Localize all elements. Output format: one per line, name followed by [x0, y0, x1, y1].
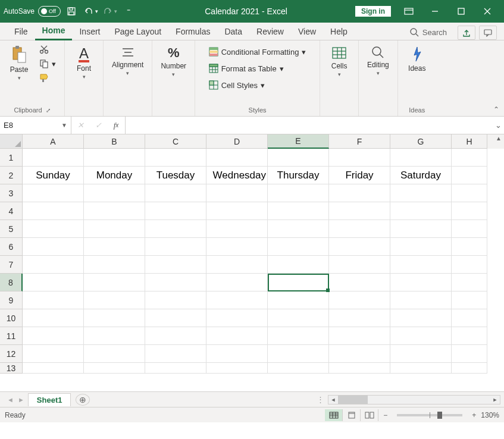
scroll-right-icon[interactable]: ► — [490, 396, 500, 404]
scroll-track[interactable] — [338, 396, 490, 404]
tab-data[interactable]: Data — [217, 24, 249, 40]
next-sheet-icon[interactable]: ► — [18, 396, 24, 403]
row-header-11[interactable]: 11 — [0, 327, 23, 345]
group-font: A Font ▾ — [65, 40, 104, 116]
zoom-thumb[interactable] — [437, 412, 442, 419]
cells-area[interactable]: Sunday Monday Tuesday Wednesday Thursday… — [23, 149, 504, 391]
prev-sheet-icon[interactable]: ◄ — [7, 396, 14, 403]
expand-formula-bar-icon[interactable]: ⌄ — [492, 117, 504, 134]
search-button[interactable]: Search — [402, 24, 454, 40]
format-as-table-button[interactable]: Format as Table ▾ — [205, 62, 310, 75]
row-header-5[interactable]: 5 — [0, 220, 23, 238]
zoom-in-icon[interactable]: + — [472, 411, 476, 419]
col-header-G[interactable]: G — [390, 134, 452, 149]
number-button[interactable]: % Number ▾ — [157, 43, 190, 80]
row-header-7[interactable]: 7 — [0, 256, 23, 274]
collapse-ribbon-icon[interactable]: ⌃ — [493, 105, 499, 114]
font-button[interactable]: A Font ▾ — [70, 43, 98, 82]
tab-formulas[interactable]: Formulas — [168, 24, 217, 40]
insert-function-icon[interactable]: fx — [107, 121, 125, 130]
cut-button[interactable] — [36, 43, 60, 56]
tab-insert[interactable]: Insert — [72, 24, 107, 40]
row-header-4[interactable]: 4 — [0, 202, 23, 220]
customize-qat-icon[interactable]: ⁼ — [120, 3, 137, 20]
row-header-8[interactable]: 8 — [0, 274, 23, 291]
tab-view[interactable]: View — [291, 24, 323, 40]
redo-icon[interactable]: ▾ — [101, 3, 118, 20]
save-icon[interactable] — [63, 3, 80, 20]
name-box[interactable]: E8 ▼ — [0, 117, 71, 134]
col-header-C[interactable]: C — [145, 134, 206, 149]
col-header-A[interactable]: A — [23, 134, 84, 149]
autosave-control[interactable]: AutoSave Off — [4, 6, 61, 17]
share-icon[interactable] — [458, 26, 475, 40]
chevron-down-icon: ▾ — [52, 59, 56, 68]
row-header-1[interactable]: 1 — [0, 149, 23, 167]
tab-split-handle-icon[interactable]: ⋮ — [317, 395, 324, 404]
sheet-nav[interactable]: ◄ ► — [4, 396, 28, 403]
sign-in-button[interactable]: Sign in — [355, 6, 391, 17]
col-header-B[interactable]: B — [84, 134, 145, 149]
format-painter-button[interactable] — [36, 71, 60, 84]
col-header-H[interactable]: H — [452, 134, 487, 149]
svg-rect-21 — [42, 79, 44, 82]
tab-page-layout[interactable]: Page Layout — [107, 24, 168, 40]
tab-review[interactable]: Review — [249, 24, 291, 40]
dialog-launcher-icon[interactable]: ⤢ — [46, 107, 51, 114]
ideas-button[interactable]: Ideas — [403, 43, 431, 75]
zoom-level[interactable]: 130% — [481, 411, 499, 419]
select-all-cell[interactable] — [0, 134, 23, 149]
scroll-thumb[interactable] — [338, 396, 368, 404]
tab-help[interactable]: Help — [323, 24, 355, 40]
new-sheet-button[interactable]: ⊕ — [76, 394, 90, 406]
ribbon-display-icon[interactable] — [396, 2, 422, 20]
horizontal-scrollbar[interactable]: ◄ ► — [328, 395, 500, 404]
view-page-break-icon[interactable] — [361, 409, 378, 421]
cancel-formula-icon[interactable]: ✕ — [71, 121, 89, 130]
maximize-icon[interactable] — [448, 2, 474, 20]
cell-A2[interactable]: Sunday — [23, 167, 84, 184]
cell-D2[interactable]: Wednesday — [206, 167, 268, 184]
view-normal-icon[interactable] — [325, 409, 343, 421]
comments-icon[interactable] — [479, 26, 497, 40]
editing-button[interactable]: Editing ▾ — [364, 43, 393, 79]
tab-home[interactable]: Home — [35, 23, 73, 40]
formula-input[interactable] — [126, 117, 492, 134]
svg-rect-36 — [209, 64, 218, 67]
cell-C2[interactable]: Tuesday — [145, 167, 206, 184]
col-header-E[interactable]: E — [268, 134, 329, 149]
row-header-6[interactable]: 6 — [0, 238, 23, 256]
tab-file[interactable]: File — [7, 24, 35, 40]
undo-icon[interactable]: ▾ — [82, 3, 99, 20]
view-page-layout-icon[interactable] — [343, 409, 361, 421]
copy-button[interactable]: ▾ — [36, 57, 60, 70]
row-header-13[interactable]: 13 — [0, 363, 23, 374]
enter-formula-icon[interactable]: ✓ — [89, 121, 107, 130]
chevron-down-icon: ▾ — [172, 71, 175, 77]
cell-F2[interactable]: Friday — [329, 167, 390, 184]
row-header-9[interactable]: 9 — [0, 291, 23, 309]
row-header-12[interactable]: 12 — [0, 345, 23, 363]
row-header-3[interactable]: 3 — [0, 184, 23, 202]
row-header-10[interactable]: 10 — [0, 309, 23, 327]
cell-E2[interactable]: Thursday — [268, 167, 329, 184]
cells-button[interactable]: Cells ▾ — [325, 43, 353, 80]
paste-button[interactable]: Paste ▾ — [5, 43, 33, 83]
close-icon[interactable] — [474, 2, 500, 20]
row-header-2[interactable]: 2 — [0, 167, 23, 184]
cell-styles-button[interactable]: Cell Styles ▾ — [205, 79, 310, 92]
scroll-left-icon[interactable]: ◄ — [328, 396, 338, 404]
scroll-up-icon[interactable]: ▲ — [493, 134, 504, 142]
col-header-D[interactable]: D — [206, 134, 268, 149]
autosave-toggle[interactable]: Off — [38, 6, 61, 17]
sheet-tab-active[interactable]: Sheet1 — [28, 393, 71, 406]
zoom-out-icon[interactable]: − — [383, 411, 387, 419]
minimize-icon[interactable] — [422, 2, 448, 20]
alignment-button[interactable]: Alignment ▾ — [108, 43, 147, 79]
conditional-formatting-button[interactable]: Conditional Formatting ▾ — [205, 45, 310, 58]
col-header-F[interactable]: F — [329, 134, 390, 149]
cell-H2[interactable] — [452, 167, 487, 184]
zoom-slider[interactable] — [397, 414, 462, 416]
cell-B2[interactable]: Monday — [84, 167, 145, 184]
cell-G2[interactable]: Saturday — [390, 167, 452, 184]
